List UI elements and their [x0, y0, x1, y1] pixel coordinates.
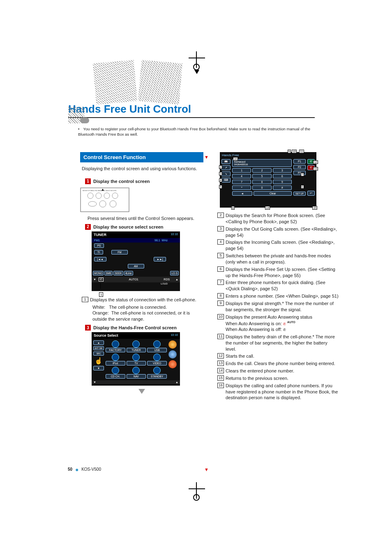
- r-16-t: Displays the calling and called phone nu…: [226, 383, 339, 401]
- co-11: 11: [299, 150, 304, 153]
- r-9-n: 9: [217, 301, 224, 306]
- decor-hatch-left: [93, 60, 137, 104]
- r-14-n: 14: [217, 368, 224, 373]
- page-title-container: Hands Free Unit Control: [68, 103, 315, 118]
- r-6-t: Displays the Hands-Free Set Up screen. (…: [226, 266, 339, 279]
- r-4-n: 4: [217, 239, 224, 245]
- co-4: 4: [219, 178, 222, 182]
- hf-out-icon: ↗: [221, 165, 231, 170]
- co-16: 16: [233, 157, 238, 161]
- r-13-n: 13: [217, 361, 224, 366]
- tuner-freq: 98.1: [154, 239, 160, 242]
- r-10a-t: When Auto Answering is on:: [226, 321, 282, 326]
- svg-text:MODE/TOP MENU FNC/MENU/PBC AUD: MODE/TOP MENU FNC/MENU/PBC AUDIO RETURN: [83, 190, 117, 192]
- r-14-t: Clears the entered phone number.: [226, 368, 339, 374]
- co-12: 12: [313, 160, 318, 164]
- registration-cross-h-top: [189, 58, 205, 58]
- note-text: • You need to register your cell-phone t…: [78, 126, 316, 137]
- hf-key-2: 2: [252, 168, 271, 173]
- r-6-n: 6: [217, 266, 224, 272]
- step-3-label: Display the Hands-Free Control screen: [93, 325, 177, 330]
- continue-arrow-icon: [138, 389, 145, 394]
- r-3-t: Displays the Out Going Calls screen. (Se…: [226, 226, 339, 238]
- r-10-body: Displays the present Auto Answering stat…: [226, 314, 339, 333]
- tuner-unit: MHz: [162, 239, 168, 242]
- tuner-ps: PS: [94, 243, 104, 248]
- src-cdch: CD CH.: [106, 374, 125, 379]
- source-nav-down: ▼: [93, 381, 96, 384]
- co-7: 7: [301, 173, 304, 176]
- step-2-label: Display the source select screen: [93, 224, 164, 229]
- list-1-text: Displays the status of connection with t…: [90, 297, 203, 303]
- orange-label: Orange:: [92, 310, 109, 315]
- hf-key-7: 7: [232, 180, 251, 184]
- src-video: VIDEO: [147, 361, 167, 365]
- r-2-t: Displays the Search for Phone Book scree…: [226, 213, 339, 225]
- source-src: SRC: [93, 352, 104, 356]
- r-4-t: Displays the Incoming Calls screen. (See…: [226, 239, 339, 252]
- section-header: Control Screen Function: [80, 152, 203, 162]
- registration-cross-h-bottom: [189, 488, 205, 489]
- side-orb-2: [168, 350, 177, 358]
- side-orb-1: [168, 340, 177, 349]
- tuner-am: AM: [128, 264, 144, 268]
- r-12-t: Starts the call.: [226, 353, 339, 359]
- hf-number: 0426465516: [234, 163, 290, 166]
- src-tuner: TUNER: [127, 348, 146, 352]
- hf-p2: P2: [293, 165, 306, 169]
- co-9: 9: [288, 150, 291, 153]
- step-1-label: Display the control screen: [93, 179, 150, 184]
- tuner-mono: MONO: [93, 271, 104, 275]
- hf-key-5: 5: [252, 174, 271, 178]
- hf-key-ast: *: [232, 185, 251, 190]
- source-extsw: EXT SW: [93, 346, 104, 350]
- src-nav: NAV: [127, 374, 146, 379]
- r-15-n: 15: [217, 375, 224, 381]
- white-label: White:: [92, 305, 105, 310]
- tuner-rds: RDS: [164, 278, 170, 281]
- r-12-n: 12: [217, 353, 224, 358]
- hf-clear: Clear: [254, 191, 292, 196]
- r-10-n: 10: [217, 314, 224, 319]
- r-8-t: Enters a phone number. (See <When Dialin…: [226, 293, 339, 299]
- r-2-n: 2: [217, 213, 224, 218]
- tuner-4line: 4Line: [124, 271, 133, 275]
- r-10b-t: When Auto Answering is off:: [226, 327, 282, 332]
- source-down: ▼: [93, 366, 104, 370]
- co-14: 14: [265, 206, 270, 210]
- co-3: 3: [219, 172, 222, 176]
- tuner-down-icon: ▼: [93, 278, 96, 281]
- hf-key-8: 8: [252, 180, 271, 184]
- registration-cross-v-top: [196, 51, 197, 68]
- right-column: Hands Free 📖 ↗ ↘ ⌨ Kenwood 0426465516 1 …: [216, 152, 339, 402]
- r-5-n: 5: [217, 253, 224, 258]
- hf-key-0: 0: [252, 185, 271, 190]
- white-text: The cell-phone is connected.: [109, 305, 167, 310]
- auto-on-icon: ✆: [283, 322, 286, 326]
- r-11-n: 11: [217, 334, 224, 339]
- hf-key-4: 4: [232, 174, 251, 178]
- hf-name: Kenwood: [234, 160, 290, 163]
- r-11-t: Displays the battery drain of the cell-p…: [226, 334, 339, 352]
- tuner-sme: SME: [104, 271, 113, 275]
- source-select-screenshot: Source Select 10:10 ▲ EXT SW SRC ☝ ▼ FAC…: [92, 332, 180, 386]
- tuner-time: 10:10: [171, 233, 178, 237]
- step-3: 3 Display the Hands-Free Control screen: [85, 325, 203, 331]
- step-3-number: 3: [85, 325, 91, 331]
- co-6: 6: [301, 185, 304, 189]
- tuner-up-icon: ▲: [175, 278, 178, 281]
- page-title: Hands Free Unit Control: [68, 103, 315, 116]
- auto-label: AUTO: [287, 321, 295, 324]
- step-2-number: 2: [85, 224, 91, 230]
- src-ipod: iPod: [106, 361, 125, 365]
- co-13: 13: [313, 167, 318, 171]
- co-10: 10: [292, 150, 297, 153]
- hf-key-hash: #: [273, 185, 292, 190]
- tuner-prev: |◄◄: [94, 257, 106, 261]
- hf-key-1: 1: [232, 168, 251, 173]
- tuner-fm: FM: [111, 250, 128, 254]
- callout-1: 1: [99, 292, 103, 297]
- r-9-t: Displays the signal strength.* The more …: [226, 301, 339, 313]
- source-time: 10:10: [171, 333, 178, 338]
- decor-hatch-right: [138, 60, 182, 104]
